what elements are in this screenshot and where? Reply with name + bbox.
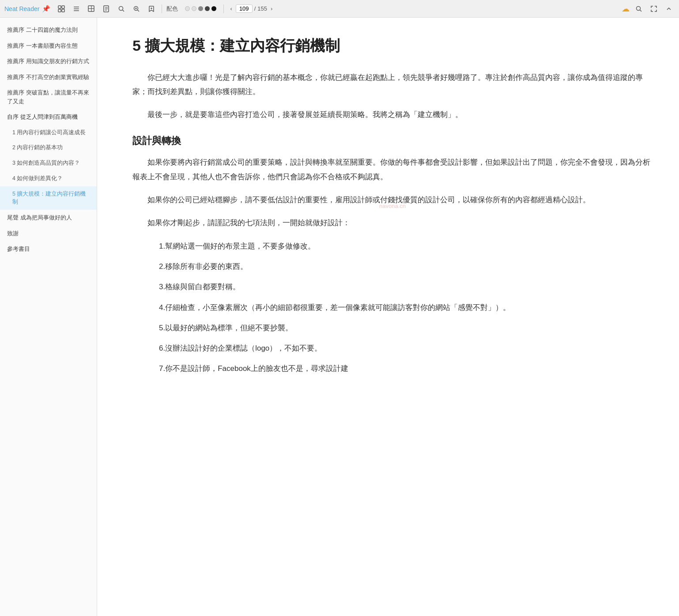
sidebar-item-recommend-1[interactable]: 推薦序 二十四篇的魔力法則 — [0, 22, 97, 38]
layout-icon — [58, 5, 65, 12]
svg-rect-6 — [74, 10, 79, 11]
collapse-btn[interactable] — [663, 4, 675, 13]
svg-rect-3 — [62, 9, 64, 12]
color-label: 配色 — [166, 5, 178, 13]
content-wrapper: 5 擴大規模：建立內容行銷機制 你已經大大進步囉！光是了解內容行銷的基本概念，你… — [132, 35, 653, 376]
section-para-3: 如果你才剛起步，請謹記我的七項法則，一開始就做好設計： — [132, 216, 653, 230]
sidebar-item-ch2[interactable]: 2 內容行銷的基本功 — [0, 140, 97, 155]
bookmark-icon[interactable]: 📌 — [42, 5, 50, 13]
sidebar-item-epilogue[interactable]: 尾聲 成為把局事做好的人 — [0, 210, 97, 226]
search-right-icon — [635, 5, 642, 12]
dot-3[interactable] — [198, 6, 203, 11]
svg-rect-4 — [74, 7, 79, 8]
bookmark-add-icon — [148, 5, 155, 12]
toolbar-right: ☁ — [622, 4, 675, 14]
search-icon — [118, 5, 125, 12]
search-right-btn[interactable] — [633, 4, 645, 13]
zoom-search-icon-btn[interactable] — [131, 4, 142, 13]
chapter-title: 5 擴大規模：建立內容行銷機制 — [132, 35, 653, 57]
main-layout: 推薦序 二十四篇的魔力法則 推薦序 一本書顛覆內容生態 推薦序 用知識交朋友的行… — [0, 18, 679, 616]
sidebar-item-references[interactable]: 參考書目 — [0, 241, 97, 257]
fullscreen-btn[interactable] — [648, 4, 660, 13]
svg-rect-1 — [62, 6, 64, 8]
search-icon-btn[interactable] — [116, 4, 127, 13]
app-title: Neat Reader — [4, 5, 39, 12]
svg-point-22 — [637, 6, 641, 10]
dot-4[interactable] — [205, 6, 210, 11]
list-item-2: 2.移除所有非必要的東西。 — [132, 260, 653, 274]
page-total: 155 — [257, 5, 267, 12]
menu-icon — [73, 5, 80, 12]
sidebar-item-recommend-4[interactable]: 推薦序 不打高空的創業實戰經驗 — [0, 69, 97, 85]
dot-1[interactable] — [185, 6, 190, 11]
section-para-1: 如果你要將內容行銷當成公司的重要策略，設計與轉換率就至關重要。你做的每件事都會受… — [132, 155, 653, 184]
list-item-7: 7.你不是設計師，Facebook上的臉友也不是，尋求設計建 — [132, 362, 653, 376]
sidebar-item-recommend-3[interactable]: 推薦序 用知識交朋友的行銷方式 — [0, 53, 97, 69]
content-para-2: 最後一步，就是要靠這些內容打造公司，接著發展並延續長期策略。我將之稱為「建立機制… — [132, 108, 653, 122]
section-heading: 設計與轉換 — [132, 134, 653, 147]
list-item-3: 3.格線與留白都要對稱。 — [132, 280, 653, 294]
sidebar-item-ch1[interactable]: 1 用內容行銷讓公司高速成長 — [0, 125, 97, 140]
sidebar-item-ch3[interactable]: 3 如何創造高品質的內容？ — [0, 155, 97, 171]
section-para-2: 如果你的公司已經站穩腳步，請不要低估設計的重要性，雇用設計師或付錢找優質的設計公… — [132, 193, 653, 207]
list-item-4: 4.仔細檢查，小至像素層次（再小的細節都很重要，差一個像素就可能讓訪客對你的網站… — [132, 301, 653, 315]
cloud-icon[interactable]: ☁ — [622, 4, 630, 14]
bookmark-add-icon-btn[interactable] — [146, 4, 157, 13]
grid-icon — [88, 5, 95, 12]
app-brand: Neat Reader 📌 — [4, 5, 50, 13]
page-icon-btn[interactable] — [101, 4, 112, 13]
sidebar-item-thanks[interactable]: 致謝 — [0, 226, 97, 242]
next-page-btn[interactable]: › — [269, 4, 274, 13]
sidebar-item-ch5[interactable]: 5 擴大規模：建立內容行銷機制 — [0, 186, 97, 210]
sidebar-item-recommend-5[interactable]: 推薦序 突破盲點，讓流量不再來了又走 — [0, 85, 97, 109]
page-input[interactable]: 109 — [236, 4, 253, 13]
dot-2[interactable] — [192, 6, 196, 11]
svg-rect-0 — [58, 6, 61, 8]
svg-line-23 — [640, 10, 642, 11]
page-navigation: ‹ 109 / 155 › — [228, 4, 274, 13]
list-item-1: 1.幫網站選一個好的布景主題，不要多做修改。 — [132, 239, 653, 253]
fullscreen-icon — [650, 5, 657, 12]
list-item-5: 5.以最好的網站為標準，但絕不要抄襲。 — [132, 321, 653, 335]
sidebar-item-ch4[interactable]: 4 如何做到差異化？ — [0, 171, 97, 186]
svg-point-14 — [119, 6, 123, 10]
zoom-search-icon — [133, 5, 140, 12]
svg-rect-2 — [58, 9, 61, 12]
toolbar: Neat Reader 📌 — [0, 0, 679, 18]
page-icon — [103, 5, 110, 12]
separator-1 — [162, 4, 162, 13]
layout-icon-btn[interactable] — [56, 4, 67, 13]
content-para-1: 你已經大大進步囉！光是了解內容行銷的基本概念，你就已經贏在起跑點上，領先競爭者好… — [132, 71, 653, 99]
page-separator: / — [254, 5, 256, 12]
grid-icon-btn[interactable] — [86, 4, 97, 13]
sidebar-item-preface[interactable]: 自序 從乏人問津到百萬商機 — [0, 109, 97, 125]
svg-line-15 — [123, 10, 124, 11]
content-area: 5 擴大規模：建立內容行銷機制 你已經大大進步囉！光是了解內容行銷的基本概念，你… — [97, 18, 679, 616]
menu-icon-btn[interactable] — [71, 4, 82, 13]
separator-2 — [223, 4, 224, 13]
svg-line-17 — [138, 10, 140, 11]
color-dots — [185, 6, 216, 11]
dot-5[interactable] — [211, 6, 216, 11]
sidebar: 推薦序 二十四篇的魔力法則 推薦序 一本書顛覆內容生態 推薦序 用知識交朋友的行… — [0, 18, 97, 616]
prev-page-btn[interactable]: ‹ — [228, 4, 234, 13]
svg-rect-5 — [74, 8, 79, 9]
chevron-up-icon — [665, 5, 672, 12]
sidebar-item-recommend-2[interactable]: 推薦序 一本書顛覆內容生態 — [0, 38, 97, 54]
list-item-6: 6.沒辦法設計好的企業標誌（logo），不如不要。 — [132, 341, 653, 355]
